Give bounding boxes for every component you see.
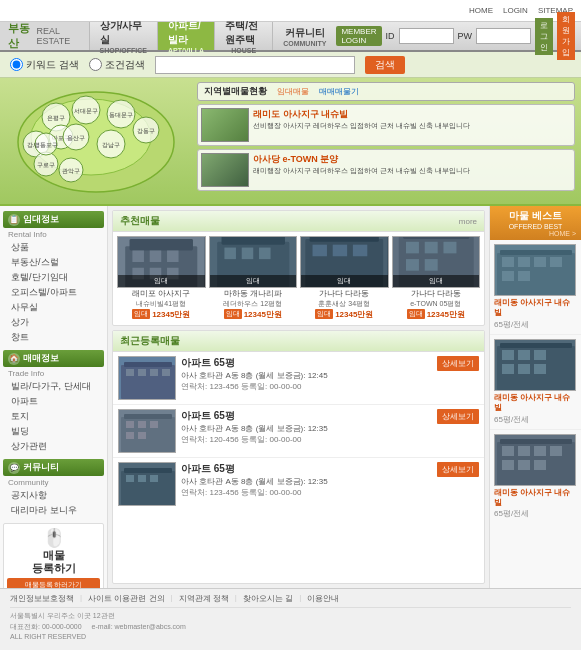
property-tag-2: 임대 <box>210 275 297 287</box>
svg-rect-90 <box>518 364 530 374</box>
recent-address-2: 아사 호타관 A동 8층 (월세 보증금): 12:35 <box>181 423 328 434</box>
footer-phone: 대표전화: 00-000-0000 <box>10 622 82 633</box>
sidebar-item-sangga[interactable]: 상가 <box>3 315 104 330</box>
footer-links: 개인정보보호정책 | 사이트 이용관련 건의 | 지역관계 정책 | 찾아오시는… <box>10 593 571 608</box>
recent-item-1: 아파트 65평 아사 호타관 A동 8층 (월세 보증금): 12:45 연락처… <box>113 352 484 405</box>
sidebar-item-building[interactable]: 빌딩 <box>3 424 104 439</box>
sale-tab[interactable]: 매매매물기 <box>319 86 359 97</box>
keyword-radio[interactable] <box>10 58 23 71</box>
sidebar-item-villa[interactable]: 빌라/다가구, 단세대 <box>3 379 104 394</box>
sidebar-item-office[interactable]: 오피스텔/아파트 <box>3 285 104 300</box>
svg-rect-98 <box>550 446 562 456</box>
property-card-1: 임대 래미포 아사지구 내슈비빌41평형 임대 12345만원 <box>117 236 206 321</box>
svg-rect-57 <box>138 369 146 376</box>
best-item-2: 래미동 아사지구 내슈빌 65평/전세 <box>490 335 581 430</box>
sidebar-item-land[interactable]: 토지 <box>3 409 104 424</box>
sidebar-item-hotel[interactable]: 호텔/단기임대 <box>3 270 104 285</box>
header: HOME LOGIN SITEMAP <box>0 0 581 22</box>
svg-rect-37 <box>241 248 253 260</box>
main-area: 📋 임대정보 Rental Info 상품 부동산/스럴 호텔/단기임대 오피스… <box>0 206 581 588</box>
sidebar-item-notice[interactable]: 공지사항 <box>3 488 104 503</box>
property-img-1[interactable]: 임대 <box>117 236 206 288</box>
header-nav-login[interactable]: LOGIN <box>503 6 528 15</box>
property-tag-3: 임대 <box>301 275 388 287</box>
sidebar-rent-title: 📋 임대정보 <box>3 211 104 228</box>
svg-text:강남구: 강남구 <box>102 142 120 148</box>
svg-rect-59 <box>162 369 170 376</box>
search-button[interactable]: 검색 <box>365 56 405 74</box>
detail-button-3[interactable]: 상세보기 <box>437 462 479 477</box>
svg-rect-79 <box>534 257 546 267</box>
condition-radio-label[interactable]: 조건검색 <box>89 58 145 72</box>
recent-img-1[interactable] <box>118 356 176 400</box>
nav-item-apt[interactable]: 아파트/빌라 APT/VILLA <box>158 22 215 50</box>
keyword-radio-label[interactable]: 키워드 검색 <box>10 58 79 72</box>
svg-rect-80 <box>550 257 562 267</box>
svg-rect-77 <box>502 257 514 267</box>
footer-link-privacy[interactable]: 개인정보보호정책 <box>10 593 74 604</box>
sidebar-item-delegate[interactable]: 대리마라 보니우 <box>3 503 104 518</box>
best-home-link[interactable]: HOME > <box>495 230 576 237</box>
recent-item-3: 아파트 65평 아사 호타관 A동 8층 (월세 보증금): 12:35 연락처… <box>113 458 484 510</box>
recent-address-3: 아사 호타관 A동 8층 (월세 보증금): 12:35 <box>181 476 328 487</box>
detail-button-1[interactable]: 상세보기 <box>437 356 479 371</box>
id-input[interactable] <box>399 28 454 44</box>
register-icon: 🖱️ <box>7 527 100 549</box>
condition-radio[interactable] <box>89 58 102 71</box>
property-img-4[interactable]: 임대 <box>392 236 481 288</box>
header-nav-home[interactable]: HOME <box>469 6 493 15</box>
pw-input[interactable] <box>476 28 531 44</box>
recent-img-2[interactable] <box>118 409 176 453</box>
map-listing-2-title[interactable]: 아사당 e-TOWN 분양 <box>253 153 470 166</box>
map-listing-1-title[interactable]: 래미도 아사지구 내슈빌 <box>253 108 470 121</box>
property-img-2[interactable]: 임대 <box>209 236 298 288</box>
recent-text-2: 아파트 65평 아사 호타관 A동 8층 (월세 보증금): 12:35 연락처… <box>181 409 479 445</box>
login-button[interactable]: 로그인 <box>535 18 553 55</box>
search-input[interactable] <box>155 56 355 74</box>
detail-button-2[interactable]: 상세보기 <box>437 409 479 424</box>
nav-item-community[interactable]: 커뮤니티 COMMUNITY <box>273 22 336 50</box>
property-sub-4: e-TOWN 05평형 <box>392 300 481 308</box>
svg-rect-51 <box>405 259 418 271</box>
best-img-1[interactable] <box>494 244 576 296</box>
nav-item-house[interactable]: 주택/전원주택 HOUSE <box>215 22 273 50</box>
rent-tab[interactable]: 임대매물 <box>277 86 309 97</box>
svg-rect-56 <box>126 369 134 376</box>
map-status-tabs: 지역별매물현황 임대매물 매매매물기 <box>197 82 575 101</box>
more-button[interactable]: more <box>459 217 477 226</box>
nav-item-shop[interactable]: 상가/사무실 SHOP/OFFICE <box>90 22 158 50</box>
sidebar-item-apt[interactable]: 아파트 <box>3 394 104 409</box>
svg-rect-82 <box>518 271 530 281</box>
map-listing-2-img <box>201 153 249 187</box>
register-button[interactable]: 매물등록 하러가기 <box>7 578 100 588</box>
footer-link-directions[interactable]: 찾아오시는 길 <box>243 593 293 604</box>
recent-img-3[interactable] <box>118 462 176 506</box>
svg-text:영등포구: 영등포구 <box>34 142 58 148</box>
footer-link-terms[interactable]: 사이트 이용관련 건의 <box>88 593 164 604</box>
footer-link-guide[interactable]: 이용안내 <box>307 593 339 604</box>
best-text-2: 래미동 아사지구 내슈빌 <box>494 393 577 414</box>
best-img-2[interactable] <box>494 339 576 391</box>
svg-rect-71 <box>126 475 134 482</box>
best-price-3: 65평/전세 <box>494 508 577 519</box>
center-content: 추천매물 more <box>108 206 489 588</box>
sidebar-item-sang[interactable]: 상품 <box>3 240 104 255</box>
signup-button[interactable]: 회원가입 <box>557 12 575 60</box>
map-listing-2-text: 아사당 e-TOWN 분양 래미행장 아사지구 레더하우스 입점하여 근처 내슈… <box>253 153 470 175</box>
svg-rect-28 <box>150 250 162 262</box>
best-img-3[interactable] <box>494 434 576 486</box>
sidebar-item-samush[interactable]: 사무실 <box>3 300 104 315</box>
map-listing-2: 아사당 e-TOWN 분양 래미행장 아사지구 레더하우스 입점하여 근처 내슈… <box>197 149 575 191</box>
sidebar-item-budo[interactable]: 부동산/스럴 <box>3 255 104 270</box>
property-price-3: 임대 12345만원 <box>300 308 389 321</box>
property-img-3[interactable]: 임대 <box>300 236 389 288</box>
svg-rect-101 <box>534 460 546 470</box>
sidebar-item-chang[interactable]: 창트 <box>3 330 104 345</box>
footer-link-region[interactable]: 지역관계 정책 <box>179 593 229 604</box>
best-text-1: 래미동 아사지구 내슈빌 <box>494 298 577 319</box>
svg-rect-89 <box>502 364 514 374</box>
recent-text-1: 아파트 65평 아사 호타관 A동 8층 (월세 보증금): 12:45 연락처… <box>181 356 479 392</box>
svg-rect-36 <box>224 248 236 260</box>
sidebar-item-sangga-rel[interactable]: 상가관련 <box>3 439 104 454</box>
map-listing-1-desc: 선비행장 아사지구 레더하우스 입점하여 근처 내슈빌 신축 내부입니다 <box>253 121 470 130</box>
